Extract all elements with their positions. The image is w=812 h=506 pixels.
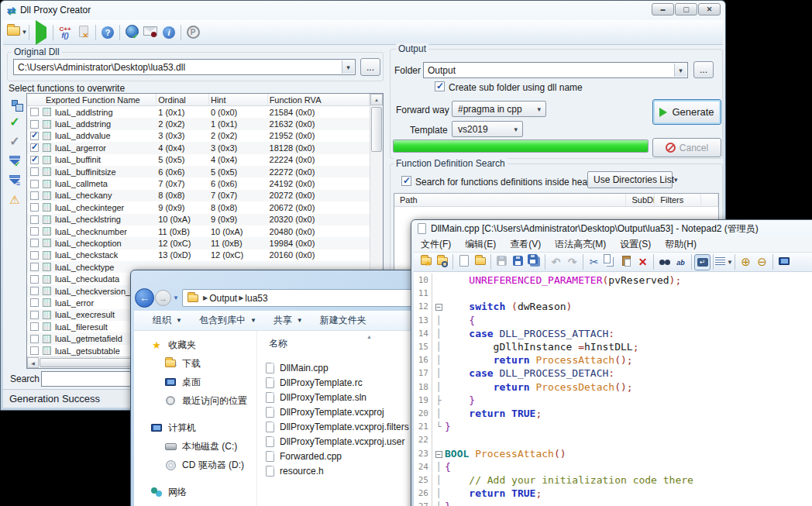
function-row[interactable]: luaL_checknumber11 (0xB)10 (0xA)20480 (0…	[27, 225, 370, 237]
column-header[interactable]: Filters	[655, 194, 701, 206]
forward-button[interactable]: →	[155, 290, 171, 306]
commandbar-item[interactable]: 共享▼	[274, 314, 303, 327]
breadcrumb-item[interactable]: lua53	[245, 293, 267, 304]
fold-margin[interactable]: │	[432, 462, 445, 472]
function-row[interactable]: luaL_addstring2 (0x2)1 (0x1)21632 (0x0)	[27, 118, 370, 129]
row-checkbox[interactable]	[30, 215, 39, 224]
address-bar[interactable]: ▶Output▶lua53	[182, 289, 415, 307]
delete-button[interactable]: ✕	[635, 254, 651, 270]
menu-item[interactable]: 帮助(H)	[658, 238, 704, 251]
about-button[interactable]: i	[160, 23, 178, 42]
row-checkbox[interactable]	[30, 287, 39, 295]
forward-way-dropdown[interactable]: #pragma in cpp	[452, 101, 546, 117]
fold-margin[interactable]: │	[432, 342, 445, 352]
vscroll-thumb[interactable]	[371, 107, 382, 152]
website-button[interactable]: ✓	[122, 23, 141, 42]
function-row[interactable]: luaL_buffinitsize6 (0x6)5 (0x5)22272 (0x…	[27, 166, 370, 177]
row-checkbox[interactable]	[30, 156, 39, 164]
menu-item[interactable]: 语法高亮(M)	[548, 238, 613, 251]
generate-button[interactable]: Generate	[652, 99, 721, 125]
cpp-functions-button[interactable]: C++f()	[56, 23, 74, 42]
open-dll-button[interactable]: ▼	[8, 23, 26, 42]
subfolder-checkbox[interactable]	[435, 81, 445, 91]
back-button[interactable]: ←	[135, 288, 154, 308]
p-logo-button[interactable]: P	[184, 23, 202, 42]
clear-button[interactable]: ✕	[74, 23, 93, 42]
fold-margin[interactable]: │	[432, 368, 445, 378]
fold-margin[interactable]: └	[432, 501, 445, 506]
sidebar-item[interactable]: 桌面	[134, 373, 256, 391]
fold-margin[interactable]: │	[432, 382, 445, 392]
function-row[interactable]: luaL_buffinit5 (0x5)4 (0x4)22224 (0x0)	[27, 154, 370, 166]
main-title-bar[interactable]: ⇄ Dll Proxy Creator	[1, 1, 725, 19]
fold-margin[interactable]: │	[432, 488, 445, 498]
files-column-header[interactable]: 名称	[269, 337, 287, 350]
launch-button[interactable]	[776, 254, 792, 270]
fold-margin[interactable]: │	[432, 475, 445, 485]
help-button[interactable]: ?	[98, 23, 117, 42]
word-wrap-button[interactable]: ↵	[694, 254, 710, 270]
sidebar-item[interactable]: CD 驱动器 (D:)	[134, 456, 256, 474]
function-row[interactable]: luaL_argerror4 (0x4)3 (0x3)18128 (0x0)	[27, 142, 370, 153]
paste-button[interactable]	[618, 254, 635, 270]
sidebar-item[interactable]: ↓下载	[134, 354, 256, 373]
modules-tool[interactable]	[7, 95, 22, 111]
column-header[interactable]: Path	[394, 194, 626, 206]
function-row[interactable]: luaL_checkinteger9 (0x9)8 (0x8)20672 (0x…	[27, 201, 370, 213]
sidebar-item[interactable]: 计算机	[134, 418, 256, 437]
column-header[interactable]: Exported Function Name	[27, 94, 157, 105]
new-file-button[interactable]	[456, 254, 472, 270]
menu-item[interactable]: 设置(S)	[613, 238, 658, 251]
copy-button[interactable]	[602, 254, 618, 270]
row-checkbox[interactable]	[30, 298, 39, 307]
commandbar-item[interactable]: 新建文件夹	[320, 314, 366, 327]
row-checkbox[interactable]	[30, 143, 39, 152]
row-checkbox[interactable]	[30, 167, 39, 176]
filter-tool[interactable]: ≡	[7, 173, 22, 188]
report-bug-button[interactable]	[141, 23, 160, 42]
filter-checked-tool[interactable]: ✓	[7, 153, 22, 169]
fold-box-icon[interactable]: −	[435, 304, 442, 311]
search-headers-checkbox[interactable]	[401, 176, 411, 186]
row-checkbox[interactable]	[30, 263, 39, 271]
zoom-in-button[interactable]: ⊕	[738, 254, 754, 270]
original-dll-browse-button[interactable]: ...	[360, 58, 380, 76]
fold-margin[interactable]: ├	[432, 395, 445, 405]
commandbar-item[interactable]: 组织▼	[153, 314, 182, 327]
fold-margin[interactable]: −	[432, 301, 445, 312]
function-row[interactable]: luaL_checkstack13 (0xD)12 (0xC)20160 (0x…	[27, 250, 370, 261]
cut-button[interactable]: ✂	[586, 254, 602, 270]
function-list-header[interactable]: Exported Function NameOrdinalHintFunctio…	[27, 94, 370, 106]
fold-margin[interactable]: │	[432, 408, 445, 418]
revert-button[interactable]	[494, 254, 510, 270]
commandbar-item[interactable]: 包含到库中▼	[199, 314, 256, 327]
row-checkbox[interactable]	[30, 120, 39, 129]
fold-margin[interactable]: −	[432, 449, 445, 459]
row-checkbox[interactable]	[30, 251, 39, 260]
maximize-button[interactable]	[675, 3, 697, 15]
column-header[interactable]: SubDir	[626, 194, 655, 206]
warning-tool[interactable]: ⚠	[7, 192, 22, 208]
scroll-up-icon[interactable]: ▲	[370, 94, 383, 105]
template-dropdown[interactable]: vs2019	[452, 121, 523, 137]
function-row[interactable]: luaL_callmeta7 (0x7)6 (0x6)24192 (0x0)	[27, 177, 370, 189]
function-row[interactable]: luaL_addlstring1 (0x1)0 (0x0)21584 (0x0)	[27, 106, 370, 118]
close-button[interactable]	[698, 3, 721, 15]
redo-button[interactable]: ↷	[564, 254, 580, 270]
favorites-button[interactable]: ★	[418, 254, 434, 270]
path-table-header[interactable]: PathSubDirFilters	[394, 194, 718, 207]
row-checkbox[interactable]	[30, 275, 39, 284]
uncheck-all-tool[interactable]: ✓	[7, 134, 22, 150]
nav-history-dropdown-icon[interactable]: ▼	[173, 294, 179, 301]
row-checkbox[interactable]	[30, 108, 39, 116]
open-file-button[interactable]	[472, 254, 488, 270]
output-folder-browse-button[interactable]: ...	[693, 61, 714, 78]
fold-margin[interactable]: │	[432, 329, 445, 339]
find-button[interactable]	[656, 254, 673, 270]
sidebar-item[interactable]: 网络	[134, 483, 256, 501]
fold-box-icon[interactable]: −	[435, 451, 442, 458]
code-editor[interactable]: 10 UNREFERENCED_PARAMETER(pvReserved);11…	[414, 272, 812, 506]
row-checkbox[interactable]	[30, 346, 39, 355]
row-checkbox[interactable]	[30, 322, 39, 331]
row-checkbox[interactable]	[30, 191, 39, 200]
